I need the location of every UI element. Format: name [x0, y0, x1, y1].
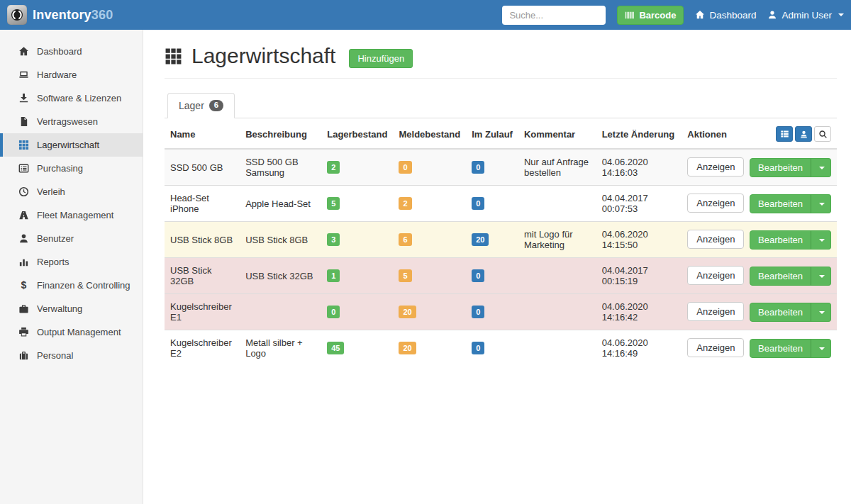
cell-comment: Nur auf Anfrage bestellen: [518, 149, 596, 186]
tab-lager[interactable]: Lager 6: [167, 93, 235, 118]
cell-description: Apple Head-Set: [240, 186, 321, 222]
sidebar-item-vertragswesen[interactable]: Vertragswesen: [0, 110, 143, 133]
cell-stock: 1: [321, 258, 393, 294]
edit-button[interactable]: Bearbeiten: [750, 194, 811, 213]
download-icon: [18, 93, 29, 103]
suitcase-icon: [18, 350, 29, 361]
cell-name: Kugelschreiber E2: [165, 330, 240, 366]
list-view-icon: [780, 130, 789, 138]
edit-button[interactable]: Bearbeiten: [750, 339, 811, 358]
stock-badge: 5: [327, 197, 340, 210]
cell-name: USB Stick 8GB: [165, 222, 240, 258]
cell-min-stock: 6: [393, 222, 466, 258]
edit-dropdown-caret[interactable]: [811, 303, 831, 322]
user-export-icon: [799, 130, 808, 139]
stock-badge: 45: [327, 342, 344, 354]
home-icon: [695, 10, 705, 20]
document-icon: [18, 116, 29, 127]
sidebar-item-software[interactable]: Software & Lizenzen: [0, 86, 143, 110]
sidebar-item-fleet[interactable]: Fleet Management: [0, 203, 143, 227]
cell-stock: 5: [321, 186, 393, 222]
cell-comment: [518, 294, 596, 330]
cell-actions: Anzeigen Bearbeiten: [682, 330, 837, 366]
cell-actions: Anzeigen Bearbeiten: [682, 294, 837, 330]
view-button[interactable]: Anzeigen: [687, 338, 744, 357]
sidebar-item-verwaltung[interactable]: Verwaltung: [0, 297, 143, 320]
cell-description: [240, 294, 321, 330]
nav-dashboard-link[interactable]: Dashboard: [695, 10, 756, 21]
chevron-down-icon: [819, 239, 825, 242]
edit-dropdown-caret[interactable]: [811, 158, 831, 177]
edit-dropdown-caret[interactable]: [811, 267, 831, 286]
chevron-down-icon: [838, 13, 844, 16]
cell-comment: [518, 186, 596, 222]
col-header-aktionen: Aktionen: [682, 118, 837, 149]
col-header-letzte-aenderung: Letzte Änderung: [596, 118, 682, 149]
sidebar-item-benutzer[interactable]: Benutzer: [0, 227, 143, 250]
table-search-button[interactable]: [814, 126, 831, 142]
top-navbar: Inventory360 Barcode Dashboard Admin Use…: [0, 0, 851, 30]
inbound-badge: 0: [472, 161, 484, 174]
cell-last-change: 04.06.2020 14:16:03: [596, 149, 682, 186]
search-input[interactable]: [502, 6, 606, 25]
cell-min-stock: 20: [393, 330, 466, 366]
user-icon: [767, 10, 777, 20]
sidebar-item-reports[interactable]: Reports: [0, 250, 143, 274]
edit-dropdown-caret[interactable]: [811, 230, 831, 250]
stock-badge: 0: [327, 306, 340, 318]
cell-actions: Anzeigen Bearbeiten: [682, 222, 837, 258]
table-row: USB Stick 8GB USB Stick 8GB 3 6 20 mit L…: [165, 222, 837, 258]
cell-name: SSD 500 GB: [165, 149, 240, 186]
edit-button[interactable]: Bearbeiten: [750, 158, 811, 177]
sidebar-item-dashboard[interactable]: Dashboard: [0, 40, 143, 63]
brand[interactable]: Inventory360: [7, 5, 113, 25]
user-export-button[interactable]: [795, 126, 812, 142]
sidebar-item-verleih[interactable]: Verleih: [0, 180, 143, 203]
cell-comment: [518, 258, 596, 294]
inventory-table: Name Beschreibung Lagerbestand Meldebest…: [165, 118, 837, 366]
barcode-button[interactable]: Barcode: [617, 6, 684, 25]
stock-badge: 2: [327, 161, 340, 174]
edit-button[interactable]: Bearbeiten: [750, 303, 811, 322]
cell-last-change: 04.06.2020 14:16:42: [596, 294, 682, 330]
cell-actions: Anzeigen Bearbeiten: [682, 258, 837, 294]
min-stock-badge: 2: [399, 197, 411, 210]
add-button[interactable]: Hinzufügen: [349, 49, 413, 68]
cell-min-stock: 2: [393, 186, 466, 222]
dollar-icon: $: [18, 280, 29, 291]
cell-inbound: 0: [466, 330, 518, 366]
cell-min-stock: 0: [393, 149, 466, 186]
brand-title: Inventory360: [33, 8, 113, 23]
sidebar-item-finanzen[interactable]: $ Finanzen & Controlling: [0, 274, 143, 297]
view-button[interactable]: Anzeigen: [687, 302, 744, 321]
list-view-button[interactable]: [776, 126, 793, 142]
sidebar-item-purchasing[interactable]: Purchasing: [0, 157, 143, 180]
table-row: Kugelschreiber E2 Metall silber + Logo 4…: [165, 330, 837, 366]
sidebar: Dashboard Hardware Software & Lizenzen V…: [0, 30, 143, 504]
table-row: USB Stick 32GB USB Stick 32GB 1 5 0 04.0…: [165, 258, 837, 294]
view-button[interactable]: Anzeigen: [687, 194, 744, 213]
cell-name: Kugelschreiber E1: [165, 294, 240, 330]
table-row: Head-Set iPhone Apple Head-Set 5 2 0 04.…: [165, 186, 837, 222]
col-header-lagerbestand: Lagerbestand: [321, 118, 393, 149]
view-button[interactable]: Anzeigen: [687, 157, 744, 177]
sidebar-item-output[interactable]: Output Management: [0, 320, 143, 344]
col-header-beschreibung: Beschreibung: [240, 118, 321, 149]
view-button[interactable]: Anzeigen: [687, 266, 744, 285]
cell-last-change: 04.04.2017 00:15:19: [596, 258, 682, 294]
sidebar-item-hardware[interactable]: Hardware: [0, 63, 143, 86]
col-header-im-zulauf: Im Zulauf: [466, 118, 518, 149]
chevron-down-icon: [819, 275, 825, 278]
sidebar-item-lagerwirtschaft[interactable]: Lagerwirtschaft: [0, 133, 143, 157]
edit-dropdown-caret[interactable]: [811, 339, 831, 358]
sidebar-item-personal[interactable]: Personal: [0, 344, 143, 367]
min-stock-badge: 0: [399, 161, 411, 174]
nav-user-menu[interactable]: Admin User: [767, 10, 844, 21]
view-button[interactable]: Anzeigen: [687, 230, 744, 249]
edit-dropdown-caret[interactable]: [811, 194, 831, 213]
edit-button[interactable]: Bearbeiten: [750, 267, 811, 286]
road-icon: [18, 210, 29, 220]
edit-button[interactable]: Bearbeiten: [750, 230, 811, 250]
inbound-badge: 0: [472, 197, 484, 210]
chevron-down-icon: [819, 167, 825, 169]
